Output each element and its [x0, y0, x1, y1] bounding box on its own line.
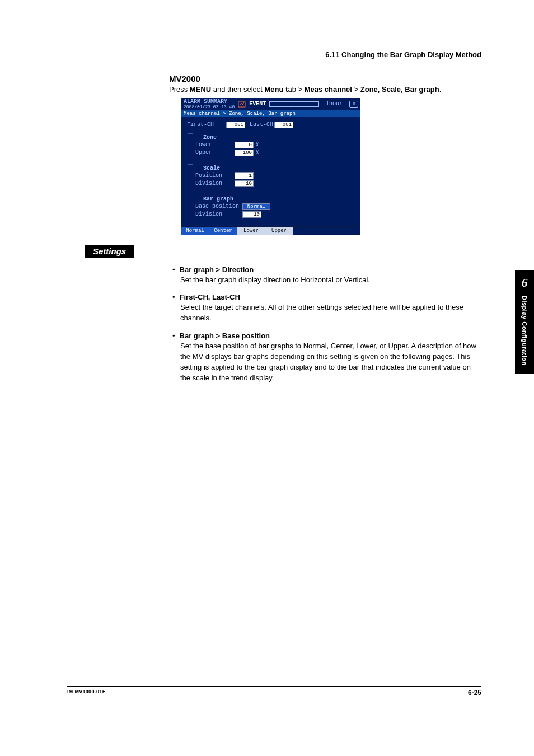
scale-division-field[interactable]: 10 [235, 180, 254, 187]
softkey-lower[interactable]: Lower [237, 227, 265, 235]
zone-upper-unit: % [256, 150, 259, 156]
zone-title: Zone [203, 134, 354, 141]
device-screenshot: ALARM SUMMARY 2008/01/23 03:13:40 EVENT … [181, 98, 481, 235]
chapter-number: 6 [515, 276, 534, 290]
scale-division-label: Division [195, 180, 235, 186]
last-ch-field[interactable]: 001 [274, 122, 293, 128]
footer-pagenum: 6-25 [468, 689, 481, 697]
bargraph-title: Bar graph [203, 196, 354, 202]
recorder-icon [238, 100, 246, 108]
bargraph-base-field[interactable]: Normal [242, 203, 270, 210]
zone-lower-unit: % [256, 142, 259, 148]
duration-label: 1hour [326, 101, 343, 107]
scale-position-field[interactable]: 1 [235, 172, 254, 179]
instr-bold: Meas channel [305, 85, 352, 94]
bullet-channels: First-CH, Last-CH Select the target chan… [172, 293, 481, 324]
settings-heading: Settings [85, 245, 134, 258]
camera-icon [349, 101, 358, 108]
device-titlebar: ALARM SUMMARY 2008/01/23 03:13:40 EVENT … [181, 98, 360, 110]
instr-bold: MENU [190, 85, 211, 94]
bullet-heading: First-CH, Last-CH [172, 293, 481, 301]
chapter-label: Display Configuration [521, 296, 528, 366]
instr-text: > [352, 85, 360, 94]
first-ch-field[interactable]: 001 [226, 122, 245, 128]
bullet-text: Select the target channels. All of the o… [180, 302, 481, 324]
scale-position-label: Position [195, 172, 235, 179]
instr-text: Press [169, 85, 190, 94]
bargraph-division-label: Division [195, 211, 242, 217]
bullet-text: Set the bar graph display direction to H… [180, 275, 481, 286]
section-header: 6.11 Changing the Bar Graph Display Meth… [67, 50, 481, 60]
last-ch-label: Last-CH [250, 122, 274, 128]
device-softkeys: Normal Center Lower Upper [181, 226, 360, 235]
softkey-normal[interactable]: Normal [181, 227, 209, 235]
instr-text: ab > [288, 85, 304, 94]
zone-upper-label: Upper [195, 150, 235, 156]
bullet-text: Set the base position of bar graphs to N… [180, 341, 481, 383]
bullet-baseposition: Bar graph > Base position Set the base p… [172, 332, 481, 383]
section-title: 6.11 Changing the Bar Graph Display Meth… [67, 50, 481, 59]
zone-group: Zone Lower 0 % Upper 100 % [187, 133, 355, 159]
bullet-direction: Bar graph > Direction Set the bar graph … [172, 265, 481, 286]
footer-docid: IM MV1000-01E [67, 689, 106, 697]
chapter-tab: 6 Display Configuration [515, 270, 534, 374]
device-timestamp: 2008/01/23 03:13:40 [184, 105, 235, 109]
event-label: EVENT [249, 101, 266, 107]
zone-lower-label: Lower [195, 142, 235, 148]
zone-upper-field[interactable]: 100 [235, 150, 254, 156]
instruction-line: Press MENU and then select Menu tab > Me… [169, 85, 481, 95]
softkey-upper[interactable]: Upper [265, 227, 293, 235]
zone-lower-field[interactable]: 0 [235, 142, 254, 148]
model-heading: MV2000 [169, 74, 481, 83]
instr-text: and then select [211, 85, 264, 94]
bargraph-division-field[interactable]: 10 [242, 211, 261, 218]
instr-text: . [439, 85, 442, 94]
bullet-heading: Bar graph > Direction [172, 265, 481, 274]
scale-title: Scale [203, 165, 354, 171]
page-footer: IM MV1000-01E 6-25 [67, 686, 481, 697]
device-title: ALARM SUMMARY [184, 99, 227, 105]
device-breadcrumb: Meas channel > Zone, Scale, Bar graph [181, 110, 360, 117]
instr-bold: Menu t [265, 85, 288, 94]
bargraph-group: Bar graph Base position Normal Division … [187, 194, 355, 221]
first-ch-label: First-CH [187, 122, 226, 128]
bullet-heading: Bar graph > Base position [172, 332, 481, 340]
bargraph-base-label: Base position [195, 203, 242, 209]
softkey-center[interactable]: Center [209, 227, 237, 235]
instr-bold: Zone, Scale, Bar graph [360, 85, 439, 94]
event-progress-bar [269, 101, 319, 107]
scale-group: Scale Position 1 Division 10 [187, 164, 355, 190]
